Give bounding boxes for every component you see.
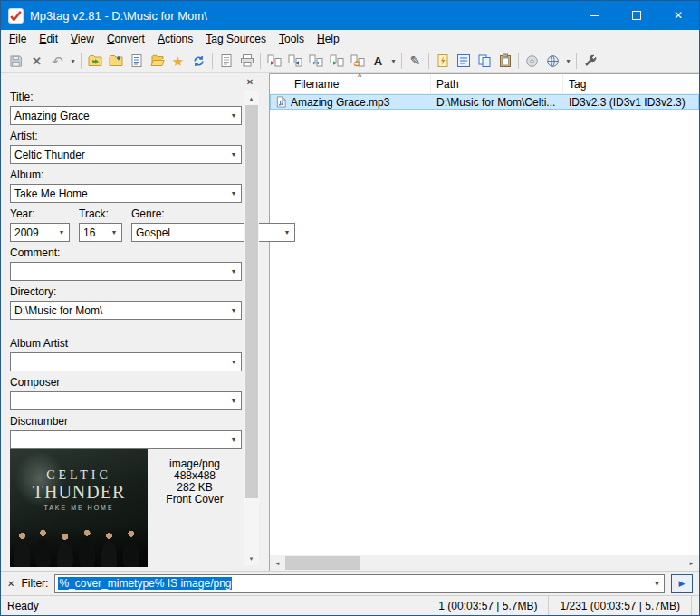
year-combobox[interactable]: ▼ bbox=[10, 223, 70, 242]
scrollbar-track[interactable] bbox=[244, 105, 259, 552]
chevron-down-icon[interactable]: ▼ bbox=[226, 185, 241, 202]
paste-tag-button[interactable] bbox=[494, 51, 515, 71]
convert-filename-filename-button[interactable] bbox=[305, 51, 326, 71]
undo-menu-button[interactable]: ▾ bbox=[68, 51, 78, 71]
chevron-down-icon[interactable]: ▼ bbox=[54, 224, 69, 241]
artist-input[interactable] bbox=[11, 146, 226, 163]
remove-tag-button[interactable]: ✕ bbox=[26, 51, 47, 71]
window-title: Mp3tag v2.81 - D:\Music for Mom\ bbox=[30, 9, 207, 23]
composer-input[interactable] bbox=[11, 392, 226, 409]
chevron-down-icon[interactable]: ▼ bbox=[654, 575, 660, 592]
chevron-down-icon[interactable]: ▼ bbox=[226, 107, 241, 124]
playlist-file-button[interactable] bbox=[216, 51, 236, 71]
maximize-icon bbox=[632, 11, 641, 20]
comment-combobox[interactable]: ▼ bbox=[10, 262, 242, 281]
composer-combobox[interactable]: ▼ bbox=[10, 391, 242, 410]
title-input[interactable] bbox=[11, 107, 226, 124]
quick-actions-button[interactable] bbox=[432, 51, 453, 71]
track-combobox[interactable]: ▼ bbox=[79, 223, 122, 242]
file-list-empty-area[interactable] bbox=[270, 110, 699, 555]
refresh-button[interactable] bbox=[188, 51, 209, 71]
directory-combobox[interactable]: ▼ bbox=[10, 301, 242, 320]
comment-input[interactable] bbox=[11, 263, 226, 280]
favorite-directories-button[interactable]: ★ bbox=[168, 51, 188, 71]
open-folder-button[interactable] bbox=[147, 51, 168, 71]
edit-playlist-button[interactable] bbox=[126, 51, 147, 71]
chevron-down-icon[interactable]: ▼ bbox=[226, 146, 241, 163]
scroll-up-icon[interactable]: ▲ bbox=[244, 91, 259, 105]
menu-view[interactable]: View bbox=[64, 30, 101, 49]
options-button[interactable] bbox=[580, 51, 600, 71]
chevron-down-icon[interactable]: ▼ bbox=[226, 302, 241, 319]
filter-close-button[interactable]: ✕ bbox=[7, 579, 14, 589]
convert-filename-tag-button[interactable] bbox=[284, 51, 305, 71]
maximize-button[interactable] bbox=[616, 1, 657, 30]
album-combobox[interactable]: ▼ bbox=[10, 184, 242, 203]
apply-filter-button[interactable]: ▶ bbox=[671, 574, 693, 593]
column-header-filename[interactable]: Filename bbox=[270, 74, 431, 93]
field-composer: Composer ▼ bbox=[10, 376, 265, 410]
year-input[interactable] bbox=[11, 224, 54, 241]
chevron-down-icon[interactable]: ▼ bbox=[226, 431, 241, 448]
scrollbar-thumb[interactable] bbox=[285, 556, 360, 570]
print-button[interactable] bbox=[236, 51, 257, 71]
web-sources-button[interactable] bbox=[542, 51, 563, 71]
album-cover-art[interactable]: CELTIC THUNDER TAKE ME HOME bbox=[10, 449, 148, 567]
menu-convert[interactable]: Convert bbox=[101, 30, 151, 49]
case-conversion-button[interactable]: A bbox=[368, 51, 388, 71]
freedb-button[interactable] bbox=[522, 51, 542, 71]
tag-panel-scrollbar[interactable]: ▲ ▼ bbox=[244, 91, 259, 565]
filter-input[interactable]: %_cover_mimetype% IS image/png ▼ bbox=[54, 574, 665, 593]
chevron-down-icon[interactable]: ▼ bbox=[226, 263, 241, 280]
chevron-down-icon[interactable]: ▼ bbox=[226, 392, 241, 409]
discnumber-input[interactable] bbox=[11, 431, 226, 448]
convert-tag-filename-button[interactable] bbox=[264, 51, 284, 71]
field-track: Track: ▼ bbox=[79, 203, 122, 242]
close-button[interactable]: ✕ bbox=[657, 1, 699, 30]
scrollbar-thumb[interactable] bbox=[245, 105, 258, 498]
horizontal-scrollbar[interactable]: ◄ ► bbox=[270, 555, 699, 571]
save-tag-button[interactable] bbox=[5, 51, 26, 71]
change-directory-button[interactable] bbox=[84, 51, 105, 71]
genre-combobox[interactable]: ▼ bbox=[131, 223, 295, 242]
album-input[interactable] bbox=[11, 185, 226, 202]
column-header-path[interactable]: Path bbox=[431, 74, 563, 93]
cell-path: D:\Music for Mom\Celti... bbox=[431, 96, 563, 109]
chevron-down-icon[interactable]: ▼ bbox=[226, 353, 241, 371]
actions-button[interactable]: ✎ bbox=[405, 51, 426, 71]
convert-textfile-tag-button[interactable] bbox=[326, 51, 347, 71]
artist-combobox[interactable]: ▼ bbox=[10, 145, 242, 164]
undo-button[interactable]: ↶ bbox=[47, 51, 68, 71]
scroll-right-icon[interactable]: ► bbox=[684, 555, 699, 571]
album-artist-combobox[interactable]: ▼ bbox=[10, 352, 242, 371]
play-icon: ▶ bbox=[679, 580, 686, 588]
minimize-button[interactable] bbox=[574, 1, 616, 30]
title-combobox[interactable]: ▼ bbox=[10, 106, 242, 125]
menu-edit[interactable]: Edit bbox=[33, 30, 64, 49]
menu-help[interactable]: Help bbox=[311, 30, 346, 49]
composer-label: Composer bbox=[10, 376, 265, 389]
web-sources-menu-button[interactable]: ▾ bbox=[563, 51, 573, 71]
tag-panel-close-button[interactable]: ✕ bbox=[244, 76, 256, 88]
album-artist-input[interactable] bbox=[11, 353, 226, 371]
menu-tag-sources[interactable]: Tag Sources bbox=[199, 30, 273, 49]
column-header-tag[interactable]: Tag bbox=[563, 74, 699, 93]
discnumber-label: Discnumber bbox=[10, 415, 265, 428]
menu-tools[interactable]: Tools bbox=[273, 30, 311, 49]
convert-tag-tag-button[interactable] bbox=[347, 51, 368, 71]
menu-actions[interactable]: Actions bbox=[151, 30, 199, 49]
directory-input[interactable] bbox=[11, 302, 226, 319]
chevron-down-icon[interactable]: ▼ bbox=[107, 224, 121, 241]
track-input[interactable] bbox=[80, 224, 107, 241]
table-row[interactable]: Amazing Grace.mp3 D:\Music for Mom\Celti… bbox=[270, 94, 699, 110]
discnumber-combobox[interactable]: ▼ bbox=[10, 430, 242, 449]
menu-file[interactable]: File bbox=[3, 30, 33, 49]
scroll-down-icon[interactable]: ▼ bbox=[244, 552, 259, 565]
chevron-down-icon[interactable]: ▼ bbox=[280, 224, 294, 241]
case-conversion-menu-button[interactable]: ▾ bbox=[388, 51, 398, 71]
scroll-left-icon[interactable]: ◄ bbox=[270, 555, 285, 571]
copy-tag-button[interactable] bbox=[474, 51, 494, 71]
add-directory-button[interactable] bbox=[105, 51, 126, 71]
close-icon: ✕ bbox=[674, 10, 683, 21]
extended-tags-button[interactable] bbox=[453, 51, 474, 71]
